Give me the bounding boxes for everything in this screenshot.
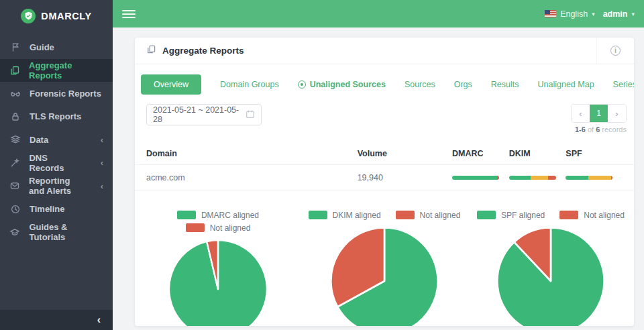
- chevron-left-icon: ‹: [101, 182, 103, 190]
- card-header: Aggregate Reports i: [135, 38, 634, 64]
- sidebar-item-label: Data: [30, 135, 48, 145]
- sidebar-item-guide[interactable]: Guide: [0, 36, 113, 59]
- sidebar: DMARCLY Guide Aggregate Reports Forensic…: [0, 0, 113, 330]
- envelope-icon: [9, 180, 20, 192]
- tab-series[interactable]: Series: [613, 80, 634, 89]
- sidebar-item-timeline[interactable]: Timeline: [0, 198, 113, 221]
- target-icon: [298, 80, 306, 89]
- pagination-page-1[interactable]: 1: [590, 105, 608, 122]
- domain-cell: acme.com: [146, 173, 358, 182]
- legend-swatch-green: [309, 211, 327, 219]
- sidebar-item-tls-reports[interactable]: TLS Reports: [0, 105, 113, 129]
- pagination: ‹ 1 ›: [571, 104, 627, 123]
- tab-overview[interactable]: Overview: [141, 74, 201, 95]
- tab-sources[interactable]: Sources: [405, 80, 435, 89]
- layers-icon: [9, 134, 21, 146]
- sidebar-nav: Guide Aggregate Reports Forensic Reports…: [0, 36, 113, 244]
- sidebar-item-forensic-reports[interactable]: Forensic Reports: [0, 82, 113, 105]
- dmarc-pie: [167, 238, 269, 326]
- dkim-pie: [329, 225, 440, 326]
- page-title: Aggregate Reports: [162, 46, 244, 56]
- spf-bar-cell: [566, 176, 623, 180]
- legend-swatch-red: [396, 211, 415, 219]
- aggregate-reports-card: Aggregate Reports i Overview Domain Grou…: [135, 38, 634, 326]
- sidebar-item-label: Guides & Tutorials: [29, 222, 103, 242]
- legend-dkim-not-aligned[interactable]: Not aligned: [396, 211, 461, 220]
- dmarc-pie-chart: DMARC aligned Not aligned: [135, 209, 301, 326]
- logo-text: DMARCLY: [41, 11, 91, 21]
- tab-orgs[interactable]: Orgs: [454, 80, 472, 89]
- sidebar-item-guides-tutorials[interactable]: Guides & Tutorials: [0, 221, 113, 244]
- legend-dkim-aligned[interactable]: DKIM aligned: [309, 211, 381, 220]
- dkim-progress-bar: [509, 176, 556, 180]
- filter-row: 2021-05-21 ~ 2021-05-28 ‹ 1 › 1-6 of 6 r…: [135, 97, 634, 133]
- copy-pages-icon: [9, 64, 20, 76]
- graduation-cap-icon: [9, 227, 20, 238]
- spf-pie-chart: SPF aligned Not aligned: [468, 209, 634, 326]
- tab-unaligned-sources[interactable]: Unaligned Sources: [298, 80, 386, 89]
- dmarc-bar-cell: [452, 176, 509, 180]
- caret-down-icon: ▾: [631, 11, 635, 17]
- sidebar-item-aggregate-reports[interactable]: Aggregate Reports: [0, 59, 113, 82]
- col-header-domain: Domain: [146, 149, 358, 158]
- col-header-dmarc: DMARC: [452, 149, 509, 158]
- tab-unaligned-map[interactable]: Unaligned Map: [538, 80, 594, 89]
- sidebar-item-reporting-alerts[interactable]: Reporting and Alerts ‹: [0, 174, 113, 198]
- spf-pie: [495, 225, 606, 326]
- caret-down-icon: ▾: [592, 11, 595, 17]
- report-pages-icon: [146, 44, 156, 57]
- hamburger-menu-icon[interactable]: [122, 8, 136, 20]
- dmarc-progress-bar: [452, 176, 499, 180]
- legend-swatch-red: [186, 223, 205, 232]
- collapse-chevron-icon: ‹: [97, 314, 101, 326]
- table-header-row: Domain Volume DMARC DKIM SPF: [135, 142, 634, 164]
- dkim-bar-cell: [509, 176, 566, 180]
- wand-icon: [9, 157, 20, 168]
- pagination-prev-button[interactable]: ‹: [572, 105, 590, 122]
- chevron-left-icon: ‹: [101, 135, 103, 144]
- col-header-spf: SPF: [566, 149, 623, 158]
- col-header-dkim: DKIM: [509, 149, 566, 158]
- app-window: DMARCLY Guide Aggregate Reports Forensic…: [0, 0, 644, 330]
- dkim-pie-chart: DKIM aligned Not aligned: [301, 209, 468, 326]
- legend-swatch-green: [477, 211, 496, 219]
- sidebar-item-dns-records[interactable]: DNS Records ‹: [0, 152, 113, 175]
- glasses-icon: [9, 88, 21, 99]
- table-row: acme.com 19,940: [135, 164, 634, 191]
- sidebar-item-label: TLS Reports: [30, 111, 81, 121]
- pie-charts-row: DMARC aligned Not aligned: [135, 209, 634, 326]
- chevron-left-icon: ‹: [101, 158, 103, 167]
- spf-progress-bar: [566, 176, 612, 180]
- user-menu[interactable]: admin: [603, 9, 628, 19]
- legend-spf-not-aligned[interactable]: Not aligned: [559, 211, 625, 220]
- tab-domain-groups[interactable]: Domain Groups: [220, 80, 279, 89]
- main-content: Aggregate Reports i Overview Domain Grou…: [113, 28, 644, 330]
- lock-icon: [9, 111, 21, 122]
- sidebar-item-label: Guide: [30, 42, 54, 52]
- legend-dmarc-aligned[interactable]: DMARC aligned: [177, 211, 259, 220]
- language-selector[interactable]: English: [560, 9, 588, 19]
- calendar-icon: [246, 109, 255, 121]
- domains-table: Domain Volume DMARC DKIM SPF acme.com 19…: [135, 142, 634, 191]
- col-header-volume: Volume: [358, 149, 452, 158]
- date-range-value: 2021-05-21 ~ 2021-05-28: [153, 105, 246, 124]
- legend-spf-aligned[interactable]: SPF aligned: [477, 211, 545, 220]
- pagination-next-button[interactable]: ›: [608, 105, 626, 122]
- sidebar-item-label: Forensic Reports: [30, 89, 101, 99]
- clock-icon: [9, 203, 21, 215]
- info-button[interactable]: i: [596, 38, 634, 64]
- legend-dmarc-not-aligned[interactable]: Not aligned: [186, 223, 251, 233]
- sidebar-item-data[interactable]: Data ‹: [0, 128, 113, 152]
- volume-cell: 19,940: [358, 173, 452, 182]
- sidebar-item-label: Timeline: [30, 204, 65, 214]
- flag-icon: [9, 42, 21, 53]
- sidebar-item-label: DNS Records: [29, 153, 83, 173]
- sidebar-item-label: Aggregate Reports: [29, 60, 103, 80]
- logo[interactable]: DMARCLY: [0, 0, 113, 30]
- date-range-input[interactable]: 2021-05-21 ~ 2021-05-28: [146, 104, 262, 125]
- dmarcly-shield-icon: [21, 9, 36, 23]
- topbar: English ▾ admin ▾: [113, 0, 644, 28]
- sidebar-collapse-button[interactable]: ‹: [0, 310, 113, 330]
- tab-results[interactable]: Results: [491, 80, 519, 89]
- legend-swatch-red: [559, 211, 578, 219]
